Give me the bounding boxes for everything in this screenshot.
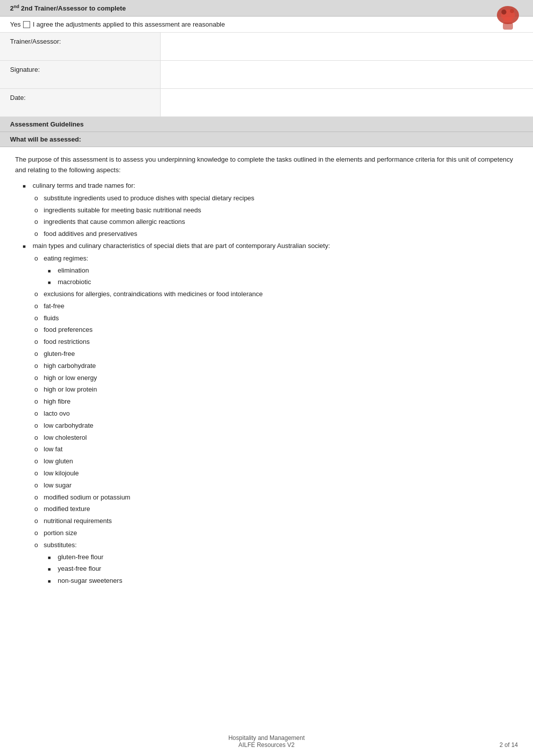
bullet2-low-sugar: o low sugar	[33, 480, 518, 491]
content-area: The purpose of this assessment is to ass…	[0, 147, 533, 595]
bullet1-item-0-text: substitute ingredients used to produce d…	[44, 193, 254, 204]
intro-paragraph: The purpose of this assessment is to ass…	[15, 155, 518, 176]
bullet2-portion-size: o portion size	[33, 528, 518, 539]
bullet2-high-fibre: o high fibre	[33, 397, 518, 407]
bullet2-fat-free: o fat-free	[33, 301, 518, 312]
bullet2-low-fat-marker: o	[33, 444, 40, 455]
svg-point-3	[510, 9, 514, 13]
bullet2-eating-marker: o	[33, 254, 40, 264]
agree-label-text: I agree the adjustments applied to this …	[33, 21, 225, 28]
date-value-cell	[161, 89, 533, 116]
bullet2-marker: ■	[23, 242, 29, 250]
bullet2-substitutes-marker: o	[33, 540, 40, 551]
bullet2-food-preferences: o food preferences	[33, 325, 518, 335]
bullet2-low-fat: o low fat	[33, 444, 518, 455]
bullet2-low-cholesterol-text: low cholesterol	[44, 433, 87, 443]
bullet2-nutritional: o nutritional requirements	[33, 516, 518, 527]
bullet2-low-kilojoule: o low kilojoule	[33, 468, 518, 479]
what-assessed-header: What will be assessed:	[0, 132, 533, 147]
bullet3-yeast-free-flour-marker: ■	[48, 565, 54, 573]
bullet3-macrobiotic-marker: ■	[48, 279, 54, 287]
bullet1-item-2: o ingredients that cause common allergic…	[33, 217, 518, 227]
bullet1-item-2-text: ingredients that cause common allergic r…	[44, 217, 185, 227]
bullet2-fat-free-marker: o	[33, 301, 40, 312]
assessment-guidelines-label: Assessment Guidelines	[10, 120, 84, 128]
bullet1-item-1-text: ingredients suitable for meeting basic n…	[44, 205, 201, 216]
trainer-assessor-row: Trainer/Assessor:	[0, 33, 533, 61]
trainer-header-text: 2nd 2nd Trainer/Assessor to complete	[10, 5, 126, 12]
bullet3-elimination-marker: ■	[48, 267, 54, 275]
bullet3-gluten-free-flour-text: gluten-free flour	[58, 552, 103, 563]
bullet3-gluten-free-flour: ■ gluten-free flour	[48, 552, 518, 563]
bullet2-low-kilojoule-marker: o	[33, 468, 40, 479]
bullet2-fluids: o fluids	[33, 313, 518, 324]
logo-icon	[493, 5, 523, 33]
bullet1-label: culinary terms and trade names for:	[33, 181, 135, 191]
what-assessed-label: What will be assessed:	[10, 136, 81, 143]
bullet2-modified-sodium-text: modified sodium or potassium	[44, 492, 130, 503]
bullet3-yeast-free-flour-text: yeast-free flour	[58, 564, 101, 574]
bullet2-modified-sodium: o modified sodium or potassium	[33, 492, 518, 503]
bullet2-low-gluten-marker: o	[33, 456, 40, 467]
bullet2-lacto-ovo: o lacto ovo	[33, 409, 518, 419]
bullet2-exclusions-marker: o	[33, 289, 40, 300]
agree-row: Yes I agree the adjustments applied to t…	[0, 17, 533, 33]
footer-page-indicator: 2 of 14	[499, 741, 518, 748]
bullet2-gluten-free-marker: o	[33, 349, 40, 359]
bullet3-non-sugar-sweeteners-marker: ■	[48, 577, 54, 585]
bullet2-high-fibre-text: high fibre	[44, 397, 70, 407]
bullet2-food-preferences-marker: o	[33, 325, 40, 335]
bullet2-low-gluten: o low gluten	[33, 456, 518, 467]
bullet3-non-sugar-sweeteners: ■ non-sugar sweeteners	[48, 576, 518, 586]
yes-label: Yes	[10, 21, 21, 28]
agree-checkbox[interactable]	[23, 21, 30, 28]
bullet3-gluten-free-flour-marker: ■	[48, 554, 54, 562]
bullet2-modified-texture-text: modified texture	[44, 504, 90, 515]
trainer-assessor-label: Trainer/Assessor:	[10, 38, 61, 45]
bullet2-gluten-free-text: gluten-free	[44, 349, 75, 359]
bullet2-low-carb-marker: o	[33, 421, 40, 431]
bullet1-item-0: o substitute ingredients used to produce…	[33, 193, 518, 204]
bullet2-exclusions-text: exclusions for allergies, contraindicati…	[44, 289, 262, 300]
bullet2-protein: o high or low protein	[33, 385, 518, 395]
bullet1-item-3: o food additives and preservatives	[33, 229, 518, 239]
bullet2-label: main types and culinary characteristics …	[33, 241, 330, 251]
bullet2-eating-regimes: o eating regimes:	[33, 254, 518, 264]
date-row: Date:	[0, 89, 533, 117]
bullet1-marker: ■	[23, 182, 29, 190]
bullet2-modified-texture: o modified texture	[33, 504, 518, 515]
signature-label: Signature:	[10, 66, 40, 73]
svg-point-2	[501, 10, 506, 15]
page: 2nd 2nd Trainer/Assessor to complete Yes…	[0, 0, 533, 756]
bullet2-nutritional-marker: o	[33, 516, 40, 527]
bullet3-yeast-free-flour: ■ yeast-free flour	[48, 564, 518, 574]
bullet2-low-gluten-text: low gluten	[44, 456, 73, 467]
bullet1-item-3-marker: o	[33, 229, 40, 239]
logo-area	[493, 5, 523, 34]
trainer-section-header: 2nd 2nd Trainer/Assessor to complete	[0, 0, 533, 17]
bullet2-high-carb-text: high carbohydrate	[44, 361, 96, 371]
bullet2-modified-texture-marker: o	[33, 504, 40, 515]
bullet2-substitutes-text: substitutes:	[44, 540, 77, 551]
superscript-nd: nd	[14, 4, 19, 9]
bullet3-macrobiotic-text: macrobiotic	[58, 277, 91, 288]
bullet1-item-1-marker: o	[33, 205, 40, 216]
bullet2: ■ main types and culinary characteristic…	[23, 241, 518, 251]
signature-row: Signature:	[0, 61, 533, 89]
svg-rect-5	[503, 23, 513, 30]
svg-point-4	[503, 17, 513, 23]
bullet2-high-fibre-marker: o	[33, 397, 40, 407]
bullet2-lacto-ovo-marker: o	[33, 409, 40, 419]
bullet1-item-1: o ingredients suitable for meeting basic…	[33, 205, 518, 216]
date-label: Date:	[10, 94, 26, 101]
bullet2-food-restrictions: o food restrictions	[33, 337, 518, 347]
date-label-cell: Date:	[0, 89, 161, 116]
bullet2-portion-size-marker: o	[33, 528, 40, 539]
bullet2-low-sugar-text: low sugar	[44, 480, 72, 491]
bullet2-energy-text: high or low energy	[44, 373, 97, 384]
bullet2-exclusions: o exclusions for allergies, contraindica…	[33, 289, 518, 300]
bullet2-substitutes: o substitutes:	[33, 540, 518, 551]
bullet2-low-cholesterol-marker: o	[33, 433, 40, 443]
bullet3-elimination: ■ elimination	[48, 266, 518, 276]
trainer-assessor-label-cell: Trainer/Assessor:	[0, 33, 161, 60]
